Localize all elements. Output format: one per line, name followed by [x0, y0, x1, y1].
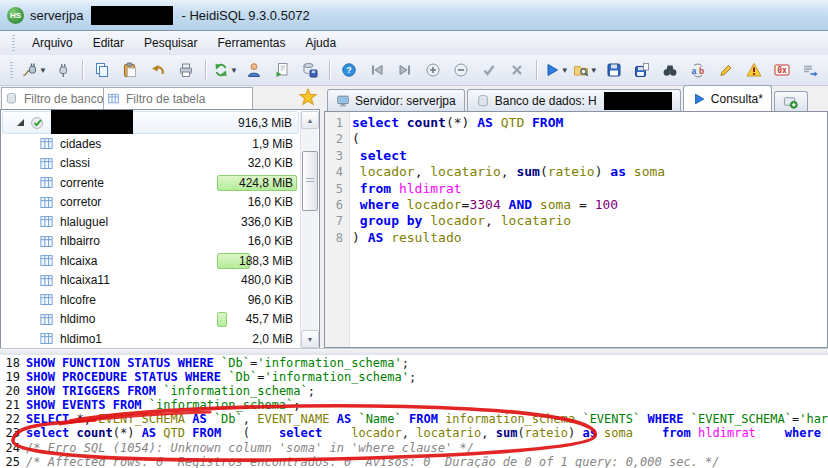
tree-row-hlcofre[interactable]: hlcofre96,0 KiB [1, 290, 319, 310]
stop-on-errors-button[interactable] [741, 58, 767, 82]
tree-row-corretor[interactable]: corretor16,0 KiB [1, 193, 319, 213]
first-row-button[interactable] [364, 58, 390, 82]
table-name: hlbairro [60, 234, 100, 248]
menu-ferramentas[interactable]: Ferramentas [207, 33, 295, 53]
last-row-button[interactable] [392, 58, 418, 82]
user-manager-icon [246, 62, 262, 78]
database-icon [476, 94, 490, 108]
tree-row-corrente[interactable]: corrente424,8 MiB [1, 173, 319, 193]
tree-row-hldimo[interactable]: hldimo45,7 MiB [1, 310, 319, 330]
table-size: 96,0 KiB [248, 293, 293, 307]
menu-bar: ArquivoEditarPesquisarFerramentasAjuda [0, 31, 828, 56]
export-database-icon [274, 62, 290, 78]
dropdown-arrow-icon[interactable]: ▼ [590, 66, 598, 75]
code-line-24: 24/* Erro SQL (1054): Unknown column 'so… [2, 441, 828, 455]
database-filter-input[interactable] [22, 91, 105, 107]
table-icon [39, 136, 54, 151]
tree-row-classi[interactable]: classi32,0 KiB [1, 154, 319, 174]
tab-server[interactable]: Servidor: serverjpa [327, 89, 465, 111]
print-button[interactable] [173, 58, 199, 82]
save-sql-as-icon [634, 62, 650, 78]
code-line-4: 4 locador, locatario, sum(rateio) as som… [325, 164, 827, 180]
dropdown-arrow-icon[interactable]: ▼ [561, 66, 569, 75]
menu-editar[interactable]: Editar [83, 33, 134, 53]
dropdown-arrow-icon[interactable]: ▼ [230, 66, 238, 75]
table-name: hlcaixa11 [60, 273, 110, 287]
undo-button[interactable] [145, 58, 171, 82]
tree-expand-icon[interactable] [17, 119, 24, 126]
scroll-down-icon[interactable]: ▼ [301, 330, 319, 348]
help-button[interactable] [336, 58, 362, 82]
sql-editor[interactable]: 1select count(*) AS QTD FROM2(3 select4 … [324, 111, 828, 348]
table-icon [39, 292, 54, 307]
paste-button[interactable] [117, 58, 143, 82]
dropdown-arrow-icon[interactable]: ▼ [39, 66, 47, 75]
table-size: 2,0 MiB [252, 332, 293, 346]
window-title-suffix: - HeidiSQL 9.3.0.5072 [181, 8, 309, 23]
favorites-star-icon[interactable] [299, 88, 317, 106]
print-icon [178, 62, 194, 78]
apply-icon [481, 62, 497, 78]
tree-root-database[interactable]: 916,3 MiB [2, 111, 299, 134]
tree-row-hldimo1[interactable]: hldimo12,0 MiB [1, 329, 319, 349]
tab-query[interactable]: Consulta* [683, 85, 772, 111]
discard-button[interactable] [504, 58, 530, 82]
save-sql-button[interactable] [601, 58, 627, 82]
find-icon [662, 62, 678, 78]
add-row-button[interactable] [420, 58, 446, 82]
session-manager-button[interactable]: ▼ [21, 58, 48, 82]
disconnect-button[interactable] [50, 58, 76, 82]
tree-row-hlcaixa11[interactable]: hlcaixa11480,0 KiB [1, 271, 319, 291]
find-button[interactable] [657, 58, 683, 82]
save-to-database-button[interactable] [297, 58, 323, 82]
redacted-title-text [91, 6, 173, 25]
binary-as-hex-button[interactable] [769, 58, 795, 82]
table-name: corrente [60, 176, 104, 190]
export-database-button[interactable] [269, 58, 295, 82]
copy-icon [94, 62, 110, 78]
code-line-3: 3 select [325, 148, 827, 164]
run-query-button[interactable]: ▼ [543, 58, 570, 82]
menu-arquivo[interactable]: Arquivo [22, 33, 83, 53]
toolbar-grip[interactable] [12, 35, 15, 51]
replace-button[interactable] [685, 58, 711, 82]
main-toolbar: ▼▼▼▼ [0, 55, 828, 86]
format-sql-icon [718, 62, 734, 78]
copy-button[interactable] [89, 58, 115, 82]
scroll-up-icon[interactable]: ▲ [301, 111, 319, 129]
reformat-button[interactable] [797, 58, 823, 82]
server-icon [336, 94, 350, 108]
add-row-icon [425, 62, 441, 78]
last-row-icon [397, 62, 413, 78]
tab-database[interactable]: Banco de dados: H [467, 89, 681, 111]
menu-pesquisar[interactable]: Pesquisar [134, 33, 207, 53]
database-icon [5, 92, 18, 105]
scrollbar-thumb[interactable] [302, 151, 318, 211]
tree-row-hlcaixa[interactable]: hlcaixa188,3 MiB [1, 251, 319, 271]
replace-icon [690, 62, 706, 78]
table-icon [39, 156, 54, 171]
title-bar[interactable]: HS serverjpa - HeidiSQL 9.3.0.5072 [0, 0, 828, 31]
new-query-tab-button[interactable] [774, 91, 808, 111]
tree-row-hlaluguel[interactable]: hlaluguel336,0 KiB [1, 212, 319, 232]
save-to-database-icon [302, 62, 318, 78]
load-sql-file-button[interactable]: ▼ [572, 58, 599, 82]
sql-log-panel[interactable]: 18SHOW FUNCTION STATUS WHERE `Db`='infor… [0, 355, 828, 468]
tab-query-label: Consulta* [711, 92, 763, 106]
apply-button[interactable] [476, 58, 502, 82]
tree-row-cidades[interactable]: cidades1,9 MiB [1, 134, 319, 154]
format-sql-button[interactable] [713, 58, 739, 82]
refresh-button[interactable]: ▼ [212, 58, 239, 82]
menu-ajuda[interactable]: Ajuda [295, 33, 346, 53]
toolbar-grip[interactable] [10, 62, 13, 78]
user-manager-button[interactable] [241, 58, 267, 82]
code-line-6: 6 where locador=3304 AND soma = 100 [325, 197, 827, 213]
tree-row-hlbairro[interactable]: hlbairro16,0 KiB [1, 232, 319, 252]
save-sql-as-button[interactable] [629, 58, 655, 82]
code-line-7: 7 group by locador, locatario [325, 213, 827, 229]
tree-scrollbar[interactable]: ▲ ▼ [300, 111, 318, 348]
new-tab-icon [783, 94, 798, 109]
table-filter-input[interactable] [124, 91, 249, 107]
remove-row-button[interactable] [448, 58, 474, 82]
paste-icon [122, 62, 138, 78]
